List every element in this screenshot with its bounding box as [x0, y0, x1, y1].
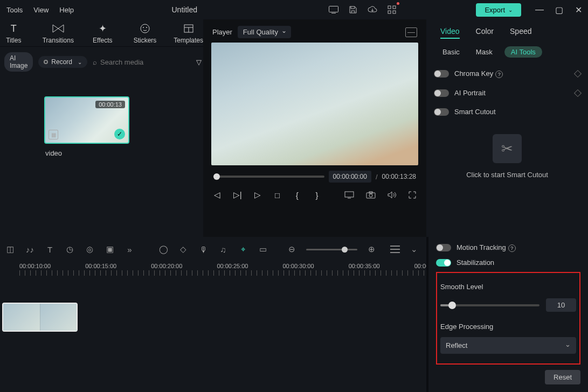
- mark-out-button[interactable]: }: [313, 189, 321, 201]
- svg-rect-2: [388, 6, 391, 9]
- save-icon[interactable]: [347, 3, 359, 16]
- clip-name: video: [44, 144, 129, 157]
- snapshot-icon[interactable]: [405, 27, 417, 37]
- window-title: Untitled: [74, 5, 327, 14]
- color-tool[interactable]: ◎: [84, 243, 95, 255]
- tab-stickers[interactable]: Stickers: [132, 23, 159, 44]
- timeline-ticks: [19, 270, 426, 276]
- screen-icon[interactable]: [327, 3, 340, 16]
- tag-tool[interactable]: ◇: [178, 243, 189, 255]
- frame-tool[interactable]: ▭: [258, 243, 269, 255]
- reset-button[interactable]: Reset: [545, 370, 580, 384]
- current-timecode: 00:00:00:00: [329, 171, 371, 183]
- filter-icon[interactable]: ▽: [196, 58, 202, 66]
- cloud-icon[interactable]: [366, 3, 379, 16]
- marker-tool[interactable]: ◯: [158, 243, 169, 255]
- apps-icon[interactable]: [385, 3, 398, 16]
- subtab-ai-tools[interactable]: AI Tools: [504, 46, 542, 58]
- search-icon: ⌕: [93, 58, 97, 66]
- ai-portrait-label: AI Portrait: [454, 89, 570, 97]
- smooth-level-slider[interactable]: [440, 304, 539, 306]
- tab-speed[interactable]: Speed: [510, 27, 531, 39]
- export-button[interactable]: Export⌄: [476, 3, 521, 17]
- audio-tool[interactable]: ♪♪: [24, 243, 36, 255]
- titlebar-right: Export⌄ — ▢ ✕: [327, 3, 584, 17]
- tab-color[interactable]: Color: [476, 27, 494, 39]
- zoom-slider[interactable]: [306, 249, 357, 250]
- settings-icon[interactable]: ⌄: [409, 243, 420, 255]
- svg-point-8: [146, 27, 147, 28]
- tab-effects[interactable]: ✦Effects: [89, 23, 116, 44]
- info-icon[interactable]: ?: [495, 71, 503, 78]
- prev-frame-button[interactable]: ◁: [213, 189, 222, 201]
- keyframe-icon[interactable]: [574, 89, 582, 96]
- smart-cutout-toggle[interactable]: [434, 108, 449, 116]
- speed-tool[interactable]: ◷: [64, 243, 75, 255]
- motion-tracking-label: Motion Tracking?: [456, 243, 580, 252]
- smooth-level-label: Smooth Level: [440, 283, 576, 298]
- svg-point-7: [143, 27, 144, 28]
- maximize-button[interactable]: ▢: [554, 5, 564, 15]
- preview-scrubber[interactable]: [213, 176, 324, 178]
- media-toolbar: AI Image Record⌄ ⌕ ▽ •••: [0, 46, 203, 77]
- text-tool[interactable]: T: [44, 243, 56, 255]
- quality-dropdown[interactable]: Full Quality: [238, 26, 291, 38]
- step-forward-button[interactable]: ▷|: [233, 189, 242, 201]
- tab-templates[interactable]: Templates: [174, 23, 203, 44]
- svg-rect-4: [388, 11, 391, 13]
- volume-icon[interactable]: [388, 189, 396, 201]
- scene-detect-icon: ▦: [49, 130, 58, 139]
- display-icon[interactable]: [344, 189, 354, 201]
- record-button[interactable]: Record⌄: [38, 56, 87, 68]
- stop-button[interactable]: □: [273, 189, 281, 201]
- zoom-out-button[interactable]: ⊖: [286, 243, 298, 255]
- subtab-basic[interactable]: Basic: [438, 46, 464, 58]
- crop-tool[interactable]: ◫: [4, 243, 16, 255]
- close-button[interactable]: ✕: [573, 5, 584, 15]
- smart-cutout-label: Smart Cutout: [454, 108, 580, 116]
- magnet-tool[interactable]: ⌖: [238, 243, 249, 255]
- chroma-key-toggle[interactable]: [434, 70, 449, 78]
- inspector-panel: Video Color Speed Basic Mask AI Tools Ch…: [426, 19, 588, 237]
- music-tool[interactable]: ♫: [218, 243, 229, 255]
- title-bar: Tools View Help Untitled Export⌄ — ▢ ✕: [0, 0, 588, 19]
- track-view-icon[interactable]: [390, 246, 400, 253]
- svg-point-6: [141, 24, 149, 33]
- stabilization-toggle[interactable]: [436, 259, 451, 267]
- zoom-in-button[interactable]: ⊕: [366, 243, 377, 255]
- subtab-mask[interactable]: Mask: [472, 46, 497, 58]
- mark-in-button[interactable]: {: [293, 189, 301, 201]
- timeline-panel: ◫ ♪♪ T ◷ ◎ ▣ » ◯ ◇ 🎙 ♫ ⌖ ▭ ⊖ ⊕ ⌄ 00:00:1…: [0, 237, 426, 392]
- play-button[interactable]: ▷: [254, 189, 262, 201]
- motion-tracking-toggle[interactable]: [436, 244, 451, 251]
- timeline-ruler[interactable]: 00:00:10:0000:00:15:0000:00:20:0000:00:2…: [0, 260, 426, 270]
- ai-image-button[interactable]: AI Image: [4, 52, 33, 72]
- total-timecode: 00:00:13:28: [382, 173, 416, 180]
- mic-tool[interactable]: 🎙: [198, 243, 209, 255]
- preview-viewport: [211, 43, 418, 165]
- ai-portrait-toggle[interactable]: [434, 89, 449, 97]
- svg-rect-0: [329, 6, 338, 12]
- fullscreen-icon[interactable]: [408, 189, 416, 201]
- preview-panel: Player Full Quality 00:00:00:00 / 00:00:…: [203, 19, 426, 237]
- smart-cutout-icon[interactable]: ✂: [493, 134, 522, 163]
- search-input[interactable]: [100, 58, 191, 66]
- chroma-key-label: Chroma Key?: [454, 69, 570, 78]
- tab-titles[interactable]: TTitles: [0, 23, 27, 44]
- keyframe-icon[interactable]: [574, 70, 582, 78]
- edge-processing-dropdown[interactable]: Reflect: [440, 337, 576, 354]
- menu-tools[interactable]: Tools: [6, 6, 23, 14]
- mask-tool[interactable]: ▣: [104, 243, 115, 255]
- svg-rect-3: [393, 6, 396, 9]
- minimize-button[interactable]: —: [534, 5, 545, 15]
- info-icon[interactable]: ?: [508, 244, 516, 252]
- smooth-level-value[interactable]: 10: [546, 298, 576, 312]
- media-clip[interactable]: 00:00:13 ▦ ✓ video: [44, 96, 129, 157]
- tab-video[interactable]: Video: [440, 27, 460, 39]
- timeline-clip[interactable]: [2, 303, 78, 332]
- camera-icon[interactable]: [366, 189, 376, 201]
- menu-view[interactable]: View: [33, 6, 49, 14]
- more-tools[interactable]: »: [124, 243, 135, 255]
- menu-help[interactable]: Help: [59, 6, 74, 14]
- tab-transitions[interactable]: Transitions: [43, 23, 74, 44]
